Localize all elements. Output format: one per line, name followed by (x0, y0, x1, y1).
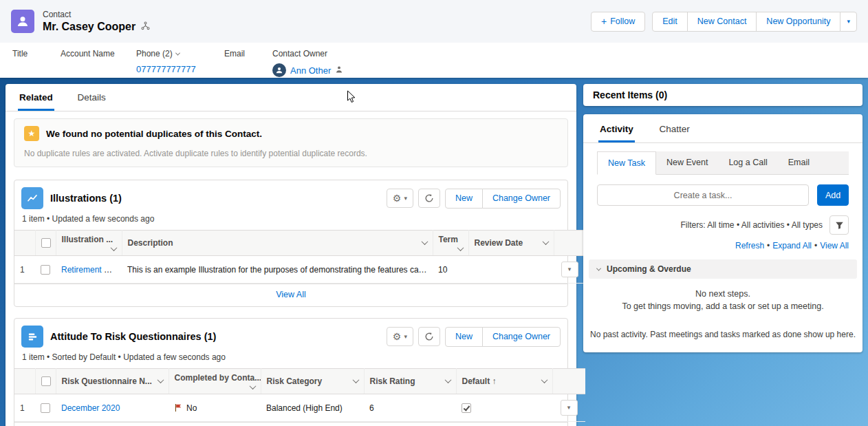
no-next-steps-message: No next steps. To get things moving, add… (583, 288, 862, 312)
chevron-down-icon (542, 238, 549, 245)
select-all-cell (35, 231, 56, 256)
questionnaires-meta: 1 item • Sorted by Default • Updated a f… (14, 348, 567, 368)
tab-activity[interactable]: Activity (598, 114, 635, 142)
questionnaires-section: Attitude To Risk Questionnaires (1) ⚙ ▾ … (14, 318, 568, 426)
illustrations-title[interactable]: Illustrations (1) (50, 193, 122, 204)
tab-related[interactable]: Related (18, 84, 54, 111)
follow-button[interactable]: + Follow (591, 12, 645, 32)
related-tab-content: ★ We found no potential duplicates of th… (6, 111, 576, 426)
object-label: Contact (43, 10, 150, 19)
questionnaires-title[interactable]: Attitude To Risk Questionnaires (1) (50, 331, 216, 342)
sharing-hierarchy-icon[interactable] (141, 21, 150, 32)
column-risk-rating[interactable]: Risk Rating (364, 369, 456, 394)
chevron-down-icon (249, 383, 256, 390)
illustrations-view-all-link[interactable]: View All (276, 290, 306, 299)
field-email-value (224, 63, 272, 75)
link-separator: • (814, 241, 817, 251)
record-name: Mr. Casey Cooper (43, 21, 135, 33)
change-owner-icon[interactable] (335, 65, 343, 76)
illustrations-change-owner-button[interactable]: Change Owner (482, 189, 561, 209)
select-all-cell (35, 369, 56, 394)
owner-link[interactable]: Ann Other (290, 65, 331, 76)
default-cell (456, 394, 552, 422)
questionnaires-settings-button[interactable]: ⚙ ▾ (387, 327, 413, 346)
field-title-label: Title (12, 49, 61, 58)
upcoming-overdue-title: Upcoming & Overdue (607, 264, 691, 274)
select-all-checkbox[interactable] (41, 238, 51, 248)
questionnaire-name-link[interactable]: December 2020 (61, 403, 120, 413)
expand-all-link[interactable]: Expand All (772, 241, 812, 251)
chevron-down-icon (421, 238, 428, 245)
record-header: Contact Mr. Casey Cooper + Follow Edit N… (0, 0, 868, 78)
duplicate-check-icon: ★ (24, 126, 39, 141)
plus-icon: + (601, 17, 607, 26)
column-default[interactable]: Default ↑ (456, 369, 552, 394)
gear-icon: ⚙ (393, 193, 402, 203)
subtab-email[interactable]: Email (778, 151, 820, 174)
chevron-down-icon[interactable] (175, 50, 180, 55)
illustrations-refresh-button[interactable] (418, 189, 440, 208)
illustrations-settings-button[interactable]: ⚙ ▾ (387, 189, 413, 208)
tab-details[interactable]: Details (76, 84, 107, 111)
task-composer: Add (597, 184, 849, 206)
column-term[interactable]: Term (433, 231, 468, 256)
chevron-down-icon: ▾ (404, 195, 407, 202)
new-contact-button[interactable]: New Contact (687, 12, 757, 32)
owner-avatar (272, 63, 286, 77)
row-actions-button[interactable]: ▾ (561, 262, 578, 277)
column-completed-by-contact[interactable]: Completed by Conta... (169, 369, 261, 394)
select-all-checkbox[interactable] (41, 376, 51, 386)
illustrations-new-button[interactable]: New (445, 189, 483, 209)
contact-object-icon (11, 10, 34, 33)
phone-link[interactable]: 077777777777 (136, 64, 196, 74)
no-past-activity-message: No past activity. Past meetings and task… (583, 330, 862, 339)
illustrations-table: Illustration ... Description Term Review… (14, 230, 585, 284)
recent-items-card: Recent Items (0) (583, 84, 862, 106)
row-actions-button[interactable]: ▾ (561, 400, 578, 416)
column-risk-category[interactable]: Risk Category (261, 369, 364, 394)
row-checkbox[interactable] (41, 265, 50, 275)
column-illustration[interactable]: Illustration ... (56, 231, 122, 256)
column-description[interactable]: Description (122, 231, 433, 256)
new-opportunity-button[interactable]: New Opportunity (756, 12, 840, 32)
subtab-new-task[interactable]: New Task (597, 151, 656, 175)
field-phone-label: Phone (2) (136, 49, 173, 58)
column-review-date[interactable]: Review Date (468, 231, 554, 256)
upcoming-overdue-section[interactable]: Upcoming & Overdue (589, 259, 857, 279)
record-actions: + Follow Edit New Contact New Opportunit… (591, 12, 857, 32)
record-body-panel: Related Details ★ We found no potential … (6, 84, 576, 426)
illustration-review-date (468, 256, 554, 284)
activity-tabbar: Activity Chatter (583, 114, 862, 143)
default-checkbox[interactable] (462, 403, 471, 413)
illustration-name-link[interactable]: Retirement Plan (61, 265, 120, 275)
illustration-term: 10 (433, 256, 468, 284)
more-actions-button[interactable]: ▾ (840, 12, 857, 32)
questionnaires-change-owner-button[interactable]: Change Owner (482, 327, 561, 347)
edit-button[interactable]: Edit (652, 12, 688, 32)
create-task-input[interactable] (597, 184, 809, 206)
subtab-log-a-call[interactable]: Log a Call (718, 151, 777, 174)
view-all-link[interactable]: View All (820, 241, 849, 251)
field-contact-owner-label: Contact Owner (272, 49, 343, 58)
refresh-link[interactable]: Refresh (735, 241, 764, 251)
illustrations-header-row: Illustration ... Description Term Review… (14, 231, 585, 256)
subtab-new-event[interactable]: New Event (656, 151, 718, 174)
row-checkbox[interactable] (41, 403, 50, 413)
chevron-down-icon: ▾ (404, 334, 407, 340)
column-risk-questionnaire-name[interactable]: Risk Questionnaire N... (56, 369, 169, 394)
risk-category-value: Balanced (High End) (261, 394, 364, 422)
filter-button[interactable] (829, 215, 849, 235)
record-action-group: Edit New Contact New Opportunity ▾ (652, 12, 857, 32)
funnel-icon (835, 221, 844, 230)
chevron-down-icon: ▾ (847, 19, 850, 25)
record-tabbar: Related Details (6, 84, 576, 111)
field-account-name: Account Name (61, 49, 136, 77)
questionnaires-refresh-button[interactable] (418, 327, 440, 346)
tab-chatter[interactable]: Chatter (658, 114, 691, 142)
chevron-down-icon (596, 266, 601, 270)
illustration-description: This is an example Illustration for the … (122, 256, 433, 284)
add-task-button[interactable]: Add (817, 184, 849, 206)
questionnaires-new-button[interactable]: New (445, 327, 483, 347)
field-email: Email (224, 49, 272, 77)
duplicate-check-title: We found no potential duplicates of this… (46, 129, 262, 139)
